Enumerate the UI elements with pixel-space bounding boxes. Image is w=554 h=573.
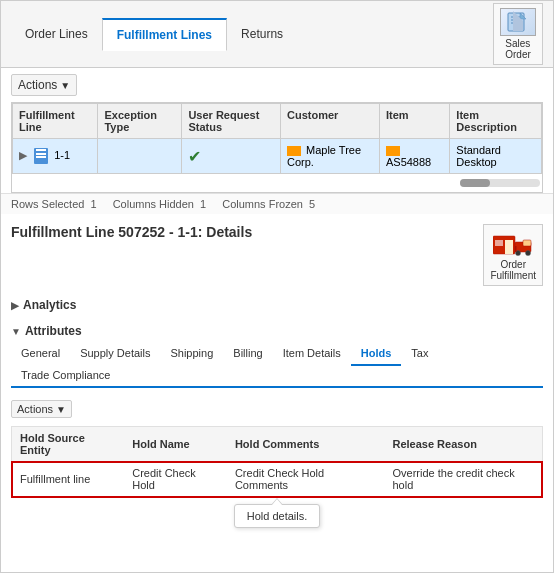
analytics-collapse-arrow: ▶ (11, 300, 19, 311)
attributes-collapse-arrow: ▼ (11, 326, 21, 337)
scroll-thumb (460, 179, 490, 187)
sales-order-button[interactable]: SalesOrder (493, 3, 543, 65)
col-header-item-description: Item Description (450, 104, 542, 139)
col-header-user-request-status: User Request Status (182, 104, 281, 139)
cell-hold-comments: Credit Check Hold Comments (227, 462, 385, 497)
attributes-label: Attributes (25, 324, 82, 338)
tab-tax[interactable]: Tax (401, 342, 438, 364)
cell-user-request-status: ✔ (182, 139, 281, 174)
col-release-reason: Release Reason (384, 427, 542, 462)
holds-table-container: Hold Source Entity Hold Name Hold Commen… (11, 426, 543, 498)
col-header-fulfillment-line: Fulfillment Line (13, 104, 98, 139)
sales-order-label: SalesOrder (505, 38, 531, 60)
tab-billing[interactable]: Billing (223, 342, 272, 364)
columns-hidden-text: Columns Hidden (113, 198, 194, 210)
tab-holds[interactable]: Holds (351, 342, 402, 366)
cell-release-reason: Override the credit check hold (384, 462, 542, 497)
svg-point-11 (526, 251, 531, 256)
order-fulfillment-icon (493, 229, 533, 259)
columns-hidden-label: Columns Hidden 1 (113, 198, 207, 210)
analytics-label: Analytics (23, 298, 76, 312)
columns-frozen-text: Columns Frozen (222, 198, 303, 210)
status-check-icon: ✔ (188, 148, 201, 165)
top-toolbar: Actions ▼ (1, 68, 553, 102)
svg-rect-6 (495, 240, 503, 246)
svg-rect-7 (505, 240, 513, 254)
svg-marker-4 (520, 13, 526, 19)
cell-hold-name: Credit Check Hold (124, 462, 227, 497)
tab-general[interactable]: General (11, 342, 70, 364)
actions-button-inner[interactable]: Actions ▼ (11, 400, 72, 418)
top-tab-bar: Order Lines Fulfillment Lines Returns Sa… (1, 1, 553, 68)
tab-shipping[interactable]: Shipping (160, 342, 223, 364)
tab-item-details[interactable]: Item Details (273, 342, 351, 364)
tab-fulfillment-lines[interactable]: Fulfillment Lines (102, 18, 227, 51)
svg-rect-12 (515, 246, 517, 252)
col-header-customer: Customer (280, 104, 379, 139)
status-bar: Rows Selected 1 Columns Hidden 1 Columns… (1, 193, 553, 214)
item-flag-icon (386, 146, 400, 156)
columns-hidden-count: 1 (200, 198, 206, 210)
sales-order-icon (500, 8, 536, 36)
fulfillment-lines-table: Fulfillment Line Exception Type User Req… (12, 103, 542, 174)
doc-icon (34, 148, 48, 164)
columns-frozen-label: Columns Frozen 5 (222, 198, 315, 210)
horizontal-scroll[interactable] (12, 174, 542, 192)
tooltip-text: Hold details. (247, 510, 308, 522)
details-header: Fulfillment Line 507252 - 1-1: Details O… (11, 224, 543, 286)
item-id: AS54888 (386, 156, 431, 168)
inner-toolbar: Actions ▼ (11, 396, 543, 422)
sales-order-icon-svg (506, 12, 530, 32)
details-title: Fulfillment Line 507252 - 1-1: Details (11, 224, 252, 240)
actions-button-top[interactable]: Actions ▼ (11, 74, 77, 96)
order-fulfillment-label: OrderFulfillment (490, 259, 536, 281)
svg-rect-9 (523, 240, 531, 246)
rows-selected-label: Rows Selected 1 (11, 198, 97, 210)
col-hold-source-entity: Hold Source Entity (12, 427, 124, 462)
holds-table: Hold Source Entity Hold Name Hold Commen… (12, 427, 542, 497)
cell-hold-source-entity: Fulfillment line (12, 462, 124, 497)
attributes-header[interactable]: ▼ Attributes (11, 320, 543, 342)
cell-customer: Maple Tree Corp. (280, 139, 379, 174)
customer-flag-icon (287, 146, 301, 156)
row-expand-icon[interactable]: ▶ (19, 149, 27, 161)
analytics-section: ▶ Analytics (11, 294, 543, 316)
table-row[interactable]: ▶ 1-1 ✔ Maple Tree Corp. AS54888 Standar… (13, 139, 542, 174)
actions-label-inner: Actions (17, 403, 53, 415)
order-fulfillment-button[interactable]: OrderFulfillment (483, 224, 543, 286)
cell-fulfillment-line: ▶ 1-1 (13, 139, 98, 174)
tab-returns[interactable]: Returns (227, 19, 297, 49)
inner-dropdown-arrow: ▼ (56, 404, 66, 415)
col-header-item: Item (379, 104, 449, 139)
tab-trade-compliance[interactable]: Trade Compliance (11, 364, 120, 386)
analytics-header[interactable]: ▶ Analytics (11, 294, 543, 316)
fulfillment-lines-table-container: Fulfillment Line Exception Type User Req… (11, 102, 543, 193)
cell-exception-type (98, 139, 182, 174)
holds-header-row: Hold Source Entity Hold Name Hold Commen… (12, 427, 542, 462)
col-hold-comments: Hold Comments (227, 427, 385, 462)
attributes-section: ▼ Attributes General Supply Details Ship… (11, 320, 543, 498)
sub-tab-bar: General Supply Details Shipping Billing … (11, 342, 543, 388)
truck-icon-svg (493, 230, 533, 258)
tooltip-box: Hold details. (234, 504, 321, 528)
fulfillment-line-id: 1-1 (54, 149, 70, 161)
tab-order-lines[interactable]: Order Lines (11, 19, 102, 49)
table-header-row: Fulfillment Line Exception Type User Req… (13, 104, 542, 139)
details-section: Fulfillment Line 507252 - 1-1: Details O… (1, 214, 553, 498)
actions-dropdown-arrow-top: ▼ (60, 80, 70, 91)
scroll-bar (460, 179, 540, 187)
holds-table-row[interactable]: Fulfillment line Credit Check Hold Credi… (12, 462, 542, 497)
col-hold-name: Hold Name (124, 427, 227, 462)
rows-selected-count: 1 (91, 198, 97, 210)
col-header-exception-type: Exception Type (98, 104, 182, 139)
rows-selected-text: Rows Selected (11, 198, 84, 210)
columns-frozen-count: 5 (309, 198, 315, 210)
tooltip-container: Hold details. (1, 504, 553, 528)
cell-item-description: Standard Desktop (450, 139, 542, 174)
tab-supply-details[interactable]: Supply Details (70, 342, 160, 364)
actions-label-top: Actions (18, 78, 57, 92)
cell-item: AS54888 (379, 139, 449, 174)
svg-rect-0 (508, 13, 524, 31)
